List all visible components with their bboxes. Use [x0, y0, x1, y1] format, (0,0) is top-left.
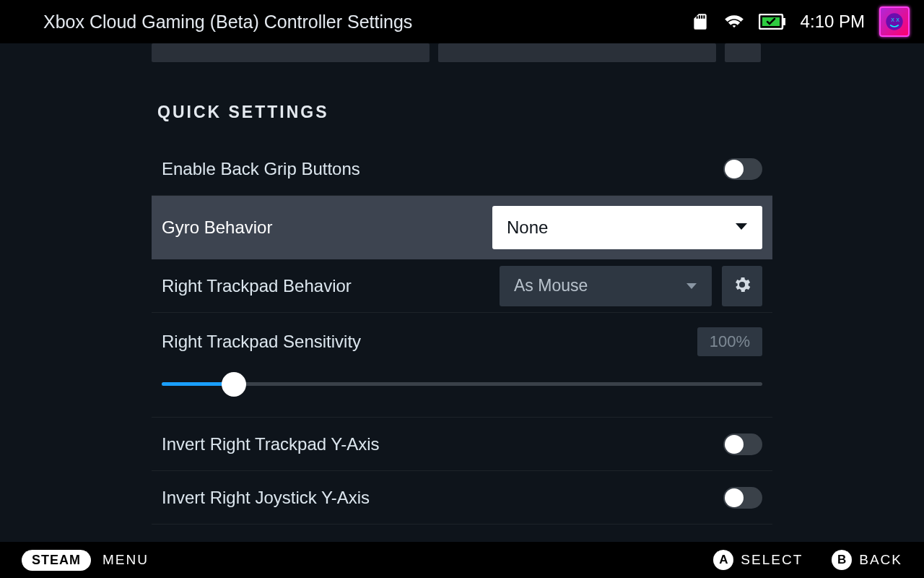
a-button-icon: A: [713, 550, 733, 570]
invert-right-joystick-y-toggle[interactable]: [723, 487, 762, 509]
right-trackpad-sensitivity-value: 100%: [697, 327, 762, 356]
page-title: Xbox Cloud Gaming (Beta) Controller Sett…: [43, 12, 691, 33]
wifi-icon: [724, 12, 744, 32]
invert-right-trackpad-y-label: Invert Right Trackpad Y-Axis: [162, 434, 723, 454]
right-trackpad-behavior-dropdown[interactable]: As Mouse: [500, 266, 712, 306]
svg-rect-1: [783, 18, 785, 25]
quick-settings-header: QUICK SETTINGS: [157, 103, 772, 122]
right-trackpad-sensitivity-row[interactable]: Right Trackpad Sensitivity 100%: [152, 313, 772, 418]
invert-right-joystick-y-row[interactable]: Invert Right Joystick Y-Axis: [152, 471, 772, 525]
remnant-dropdown-2[interactable]: [438, 43, 716, 62]
gyro-behavior-dropdown[interactable]: None: [492, 206, 762, 249]
gyro-behavior-value: None: [507, 217, 735, 238]
right-trackpad-behavior-label: Right Trackpad Behavior: [162, 276, 500, 296]
sd-card-icon: [691, 12, 710, 31]
avatar[interactable]: XX: [879, 7, 910, 37]
invert-right-trackpad-y-row[interactable]: Invert Right Trackpad Y-Axis: [152, 418, 772, 471]
content-area: QUICK SETTINGS Enable Back Grip Buttons …: [0, 43, 924, 542]
gear-icon: [732, 275, 752, 298]
battery-icon: [759, 14, 786, 30]
top-bar: Xbox Cloud Gaming (Beta) Controller Sett…: [0, 0, 924, 43]
enable-back-grip-label: Enable Back Grip Buttons: [162, 159, 723, 179]
gyro-behavior-row[interactable]: Gyro Behavior None: [152, 196, 772, 259]
invert-right-trackpad-y-toggle[interactable]: [723, 434, 762, 455]
menu-button-label[interactable]: MENU: [103, 552, 149, 568]
invert-right-joystick-y-label: Invert Right Joystick Y-Axis: [162, 488, 723, 508]
gyro-behavior-label: Gyro Behavior: [162, 217, 492, 238]
select-label: SELECT: [741, 552, 803, 568]
right-trackpad-behavior-value: As Mouse: [514, 276, 686, 296]
right-trackpad-sensitivity-label: Right Trackpad Sensitivity: [162, 332, 697, 352]
steam-button[interactable]: STEAM: [22, 550, 91, 571]
quick-settings-panel: QUICK SETTINGS Enable Back Grip Buttons …: [0, 103, 924, 525]
right-trackpad-settings-button[interactable]: [722, 266, 762, 306]
enable-back-grip-row[interactable]: Enable Back Grip Buttons: [152, 142, 772, 196]
chevron-down-icon: [735, 221, 748, 234]
clock: 4:10 PM: [801, 12, 865, 32]
b-button-icon: B: [832, 550, 852, 570]
remnant-button[interactable]: [725, 43, 761, 62]
select-hint: A SELECT: [713, 550, 803, 570]
chevron-down-icon: [686, 280, 697, 293]
right-trackpad-sensitivity-slider[interactable]: [162, 371, 762, 397]
enable-back-grip-toggle[interactable]: [723, 158, 762, 180]
bottom-bar: STEAM MENU A SELECT B BACK: [0, 542, 924, 578]
back-hint: B BACK: [832, 550, 902, 570]
back-label: BACK: [859, 552, 902, 568]
remnant-dropdown-1[interactable]: [152, 43, 430, 62]
right-trackpad-behavior-row[interactable]: Right Trackpad Behavior As Mouse: [152, 259, 772, 313]
dropdown-row-remnant: [0, 43, 924, 66]
status-area: 4:10 PM XX: [691, 7, 910, 37]
svg-text:X: X: [891, 17, 894, 22]
svg-text:X: X: [896, 17, 899, 22]
